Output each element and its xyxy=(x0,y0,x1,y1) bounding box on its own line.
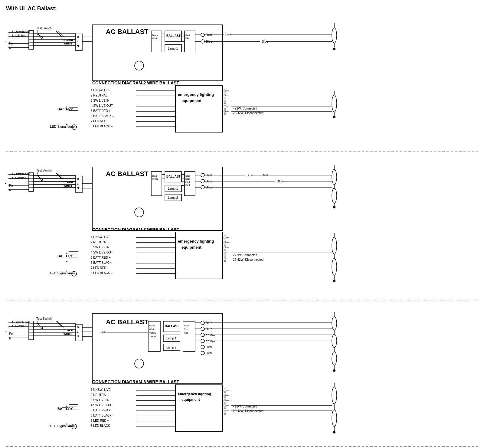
svg-point-44 xyxy=(201,40,204,43)
svg-point-73 xyxy=(332,95,337,112)
svg-point-211 xyxy=(201,327,204,331)
g-label-1: G xyxy=(77,35,79,38)
white3: White xyxy=(149,328,155,331)
lamp1-label-2: Lamp 1 xyxy=(168,187,178,190)
note1-1: <22W: Connected xyxy=(233,107,257,110)
svg-line-92 xyxy=(39,177,41,179)
led-label-2: LED Signal lamp xyxy=(50,271,75,275)
l-unswitched-label-1: L unswitched xyxy=(12,30,30,34)
yellow3a: Yellow xyxy=(149,332,156,334)
g-label-2: G xyxy=(77,178,79,181)
svg-point-264 xyxy=(332,410,337,427)
term2-1: 2 NEUTRAL xyxy=(91,94,107,97)
led-label-3: LED Signal lamp xyxy=(50,424,75,428)
term4-1: 4 SW LIVE OUT xyxy=(91,104,113,107)
minus-1: – xyxy=(66,113,68,116)
term3-2: 3 SW LIVE IN xyxy=(91,246,110,249)
l-unswitched-label-2: L unswitched xyxy=(12,172,30,176)
term8-1: 8 LED BLACK – xyxy=(91,125,113,128)
num10-3: ⑩ xyxy=(224,412,226,415)
svg-point-162 xyxy=(332,237,337,254)
red3a: Red xyxy=(184,328,188,331)
svg-point-52 xyxy=(333,48,335,50)
l-box-label-2: L xyxy=(77,182,79,185)
svg-point-233 xyxy=(332,352,337,365)
ballast-label-1: BALLAST xyxy=(166,34,181,38)
term6-3: 6 BATT BLACK – xyxy=(91,414,114,417)
term8-2: 8 LED BLACK – xyxy=(91,271,113,275)
num10-2: ⑩ xyxy=(224,260,226,263)
black-label-2: BLACK xyxy=(64,181,73,184)
line-label-3: LINE xyxy=(100,331,106,334)
term1-2: 1 UNSW. LIVE xyxy=(91,235,111,239)
white-conn-1: White xyxy=(152,37,159,40)
n-label-1: N xyxy=(9,46,11,50)
note2-1: 22-42W: Disconnected xyxy=(233,111,263,115)
test-switch-label-2: Test Switch xyxy=(36,169,52,172)
svg-point-219 xyxy=(201,351,204,355)
led-plus-1: + xyxy=(66,123,67,126)
ac-ballast-label-3: AC BALLAST xyxy=(106,318,149,326)
lamp2-label-3: Lamp 2 xyxy=(166,346,177,349)
blue-conn-1: Blue xyxy=(185,37,191,40)
term7-2: 7 LED RED + xyxy=(91,266,109,270)
red-conn-2: Red xyxy=(185,181,190,183)
svg-point-227 xyxy=(332,317,337,330)
svg-point-184 xyxy=(41,327,43,329)
n-box-label-1: N xyxy=(77,44,79,47)
blue2-conn-2: Blue xyxy=(185,178,191,180)
ballast-label-2: BALLAST xyxy=(166,175,181,178)
black-label-3: BLACK xyxy=(64,329,73,332)
svg-point-213 xyxy=(201,333,204,337)
plus-2: + xyxy=(66,252,67,255)
term1-1: 1 UNSW. LIVE xyxy=(91,89,111,92)
svg-point-129 xyxy=(201,185,204,189)
note1-3: <22W: Connected xyxy=(233,405,257,408)
note2-2: 22-42W: Disconnected xyxy=(233,258,263,261)
n-box-label-2: N xyxy=(77,187,79,190)
svg-point-41 xyxy=(201,33,204,37)
term5-2: 5 BATT RED + xyxy=(91,256,111,259)
term3-3: 3 SW LIVE IN xyxy=(91,398,110,402)
term1-3: 1 UNSW. LIVE xyxy=(91,388,111,391)
svg-line-12 xyxy=(39,34,41,37)
term6-2: 6 BATT BLACK – xyxy=(91,261,114,264)
svg-point-215 xyxy=(201,339,204,343)
emerg-label-2-1: equipment xyxy=(182,98,201,103)
page-title: With UL AC Ballast: xyxy=(6,5,481,12)
emerg-label-2b: equipment xyxy=(182,245,201,250)
svg-line-191 xyxy=(57,321,64,327)
test-switch-label-1: Test Switch xyxy=(36,27,52,30)
minus-3: – xyxy=(66,412,68,416)
l-box-label-3: L xyxy=(77,330,79,333)
svg-point-49 xyxy=(332,28,337,43)
svg-point-209 xyxy=(201,321,204,325)
n-label-3: N xyxy=(9,337,11,340)
l-switched-label-1: L switched xyxy=(12,34,26,38)
blue3a: Blue xyxy=(184,324,189,327)
term2-3: 2 NEUTRAL xyxy=(91,393,107,397)
red3b: Red xyxy=(184,332,188,334)
svg-line-99 xyxy=(56,173,62,179)
conn-diag-title-3: CONNECTION DIAGRAM-6 WIRE BALLAST xyxy=(92,379,179,384)
black-label-1: BLACK xyxy=(64,38,73,41)
svg-point-123 xyxy=(201,173,204,177)
svg-point-137 xyxy=(332,188,337,203)
term6-1: 6 BATT BLACK – xyxy=(91,114,114,118)
svg-point-93 xyxy=(41,179,43,181)
minus-2: – xyxy=(66,259,68,263)
blue-conn-2: Blue xyxy=(185,175,191,177)
n-box-label-3: N xyxy=(77,335,79,338)
conn-diag-title-2: CONNECTION DIAGRAM-3 WIRE BALLAST xyxy=(92,227,179,232)
conn-diag-title-1: CONNECTION DIAGRAM-2 WIRE BALLAST xyxy=(92,80,179,85)
led-plus-2: + xyxy=(66,269,67,273)
svg-line-100 xyxy=(57,173,64,179)
svg-line-183 xyxy=(39,325,41,327)
wiring-diagram: L unswitched L switched Pe N L Test Swit… xyxy=(3,14,481,448)
svg-point-230 xyxy=(332,334,337,348)
svg-point-40 xyxy=(135,61,144,70)
term3-1: 3 SW LIVE IN xyxy=(91,99,110,102)
ballast-label-3: BALLAST xyxy=(165,325,179,328)
plus-1: + xyxy=(66,105,67,109)
plus-3: + xyxy=(66,404,67,408)
